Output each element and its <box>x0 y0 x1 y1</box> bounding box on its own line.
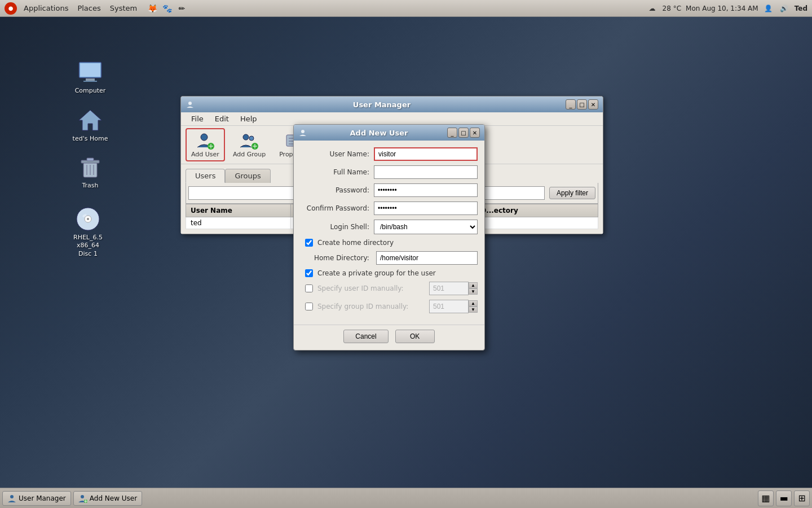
taskbar-right-btn-2[interactable]: ▬ <box>776 491 792 506</box>
login-shell-row: Login Shell: /bin/bash /bin/sh /bin/zsh <box>301 220 478 234</box>
password-row: Password: <box>301 183 478 197</box>
cancel-button[interactable]: Cancel <box>343 330 388 343</box>
svg-point-30 <box>10 495 14 498</box>
dialog-title-icon <box>298 128 307 137</box>
volume-icon[interactable]: 🔊 <box>779 3 790 14</box>
gid-spinner-buttons: ▲ ▼ <box>469 300 478 313</box>
gid-spinner-up[interactable]: ▲ <box>469 300 478 306</box>
distro-logo[interactable]: ● <box>5 2 17 15</box>
confirm-password-field-label: Confirm Password: <box>301 204 374 212</box>
uid-spinner-up[interactable]: ▲ <box>469 282 478 288</box>
firefox-icon[interactable]: 🦊 <box>146 2 158 15</box>
taskbar-add-new-user-label: Add New User <box>90 494 137 502</box>
weather-icon: ☁ <box>647 3 658 14</box>
svg-point-31 <box>81 495 84 498</box>
private-group-checkbox[interactable] <box>305 269 313 277</box>
login-shell-dropdown-wrapper: /bin/bash /bin/sh /bin/zsh <box>374 220 478 234</box>
dialog-controls: _ □ ✕ <box>447 128 480 138</box>
menu-system[interactable]: System <box>105 3 142 14</box>
uid-spinner-buttons: ▲ ▼ <box>469 282 478 295</box>
taskbar-add-new-user[interactable]: Add New User <box>73 491 142 506</box>
uid-spinner-down[interactable]: ▼ <box>469 288 478 295</box>
specify-uid-checkbox[interactable] <box>305 284 313 292</box>
uid-spinner-input[interactable] <box>429 282 469 295</box>
dialog-minimize[interactable]: _ <box>447 128 457 138</box>
username-input[interactable] <box>374 147 478 161</box>
ok-button[interactable]: OK <box>395 330 435 343</box>
taskbar-top: ● Applications Places System 🦊 🐾 ✏️ ☁ 28… <box>0 0 812 17</box>
taskbar-right-btn-3[interactable]: ⊞ <box>794 491 810 506</box>
add-new-user-dialog: Add New User _ □ ✕ User Name: Full Name:… <box>293 124 485 351</box>
create-home-label: Create home directory <box>317 239 394 247</box>
clock-display: Mon Aug 10, 1:34 AM <box>686 5 758 12</box>
fullname-input[interactable] <box>374 165 478 179</box>
dialog-maximize[interactable]: □ <box>458 128 469 138</box>
specify-gid-row: Specify group ID manually: ▲ ▼ <box>301 300 478 313</box>
gid-spinner-input[interactable] <box>429 300 469 313</box>
svg-point-29 <box>301 130 304 133</box>
dialog-buttons-row: Cancel OK <box>294 325 484 350</box>
private-group-row: Create a private group for the user <box>301 269 478 277</box>
quick-launch-area: 🦊 🐾 ✏️ <box>146 2 188 15</box>
network-icon[interactable]: 🐾 <box>161 2 173 15</box>
username-label: Ted <box>795 5 807 12</box>
dialog-overlay: Add New User _ □ ✕ User Name: Full Name:… <box>0 0 812 508</box>
specify-uid-label: Specify user ID manually: <box>317 284 429 292</box>
editor-icon[interactable]: ✏️ <box>175 2 188 15</box>
fullname-row: Full Name: <box>301 165 478 179</box>
add-new-user-titlebar: Add New User _ □ ✕ <box>294 125 484 141</box>
private-group-label: Create a private group for the user <box>317 269 436 277</box>
gid-spinner-down[interactable]: ▼ <box>469 306 478 313</box>
specify-uid-row: Specify user ID manually: ▲ ▼ <box>301 282 478 295</box>
dialog-close[interactable]: ✕ <box>470 128 480 138</box>
systray-area: ☁ 28 °C Mon Aug 10, 1:34 AM 👤 🔊 Ted <box>647 3 807 14</box>
login-shell-label: Login Shell: <box>301 223 374 231</box>
taskbar-user-manager-label: User Manager <box>19 494 66 502</box>
taskbar-user-manager[interactable]: User Manager <box>2 491 71 506</box>
username-field-label: User Name: <box>301 150 374 158</box>
dialog-title: Add New User <box>311 129 447 137</box>
weather-temp: 28 °C <box>663 5 681 12</box>
taskbar-bottom-right: ▦ ▬ ⊞ <box>758 491 810 506</box>
create-home-checkbox[interactable] <box>305 239 313 247</box>
password-input[interactable] <box>374 183 478 197</box>
home-dir-input[interactable] <box>376 251 478 265</box>
fullname-field-label: Full Name: <box>301 168 374 176</box>
menu-applications[interactable]: Applications <box>19 3 73 14</box>
dialog-body: User Name: Full Name: Password: Confirm … <box>294 141 484 325</box>
user-account-icon[interactable]: 👤 <box>763 3 774 14</box>
home-dir-label: Home Directory: <box>314 254 376 262</box>
password-field-label: Password: <box>301 186 374 194</box>
confirm-password-input[interactable] <box>374 202 478 215</box>
username-row: User Name: <box>301 147 478 161</box>
taskbar-right-btn-1[interactable]: ▦ <box>758 491 774 506</box>
create-home-row: Create home directory <box>301 239 478 247</box>
login-shell-select[interactable]: /bin/bash /bin/sh /bin/zsh <box>374 220 478 234</box>
taskbar-bottom: User Manager Add New User ▦ ▬ ⊞ <box>0 488 812 508</box>
specify-gid-label: Specify group ID manually: <box>317 303 429 310</box>
menu-places[interactable]: Places <box>73 3 105 14</box>
home-dir-row: Home Directory: <box>301 251 478 265</box>
specify-gid-checkbox[interactable] <box>305 303 313 310</box>
taskbar-user-manager-icon <box>7 494 16 503</box>
confirm-password-row: Confirm Password: <box>301 202 478 215</box>
taskbar-add-new-user-icon <box>78 494 87 503</box>
